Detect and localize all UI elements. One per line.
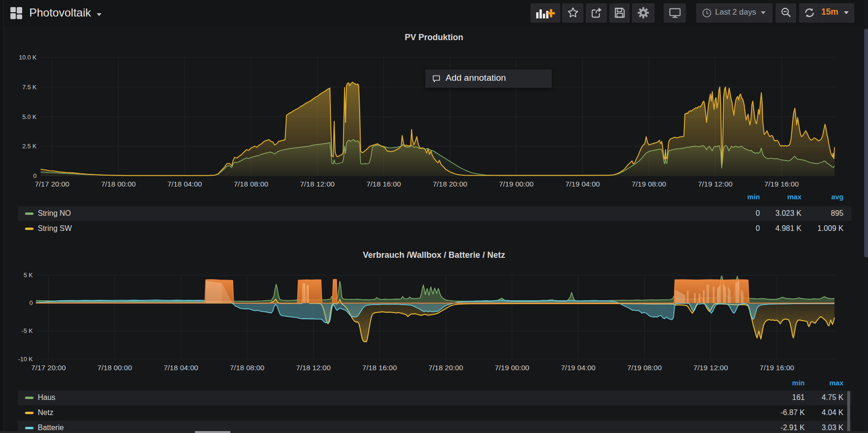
svg-text:0: 0	[29, 299, 33, 306]
svg-text:7/18 20:00: 7/18 20:00	[429, 364, 463, 372]
svg-text:5 K: 5 K	[24, 272, 33, 279]
svg-text:7/19 16:00: 7/19 16:00	[759, 364, 794, 372]
svg-text:7/18 12:00: 7/18 12:00	[296, 364, 331, 372]
svg-text:7/18 08:00: 7/18 08:00	[230, 364, 265, 372]
svg-text:7/17 20:00: 7/17 20:00	[31, 364, 66, 372]
svg-text:7/19 08:00: 7/19 08:00	[632, 180, 666, 188]
svg-text:7/17 20:00: 7/17 20:00	[35, 180, 70, 188]
svg-text:7/18 16:00: 7/18 16:00	[362, 364, 397, 372]
svg-text:-10 K: -10 K	[18, 356, 33, 363]
svg-text:7/19 16:00: 7/19 16:00	[764, 180, 799, 188]
svg-text:7/19 12:00: 7/19 12:00	[693, 364, 728, 372]
svg-text:7/18 12:00: 7/18 12:00	[300, 180, 335, 188]
svg-text:7/19 04:00: 7/19 04:00	[561, 364, 596, 372]
svg-text:7/18 20:00: 7/18 20:00	[433, 180, 468, 188]
svg-text:7/18 00:00: 7/18 00:00	[101, 180, 136, 188]
svg-text:5.0 K: 5.0 K	[22, 113, 37, 120]
svg-text:2.5 K: 2.5 K	[22, 143, 37, 150]
svg-text:7/19 00:00: 7/19 00:00	[495, 364, 530, 372]
svg-text:7/19 00:00: 7/19 00:00	[499, 180, 534, 188]
svg-text:10.0 K: 10.0 K	[19, 54, 37, 61]
svg-text:7/18 08:00: 7/18 08:00	[234, 180, 269, 188]
svg-text:-5 K: -5 K	[22, 327, 33, 334]
svg-text:7/19 12:00: 7/19 12:00	[698, 180, 733, 188]
svg-text:7/19 08:00: 7/19 08:00	[627, 364, 662, 372]
svg-text:7/18 04:00: 7/18 04:00	[164, 364, 199, 372]
svg-text:7/19 04:00: 7/19 04:00	[565, 180, 600, 188]
svg-text:7/18 00:00: 7/18 00:00	[97, 364, 132, 372]
svg-text:7/18 16:00: 7/18 16:00	[366, 180, 401, 188]
svg-text:7.5 K: 7.5 K	[22, 84, 37, 91]
svg-text:0: 0	[33, 172, 36, 179]
svg-text:7/18 04:00: 7/18 04:00	[168, 180, 202, 188]
